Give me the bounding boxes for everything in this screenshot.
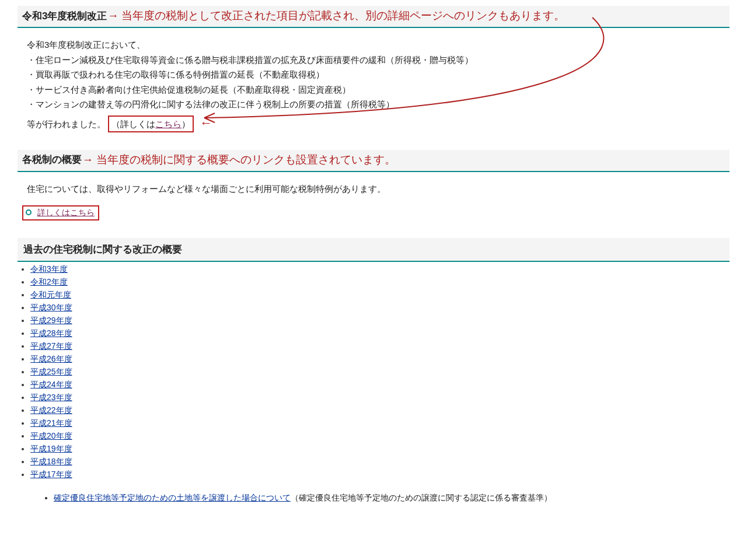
year-link[interactable]: 平成25年度	[30, 367, 72, 376]
section2-header: 各税制の概要 → 当年度の税制に関する概要へのリンクも設置されています。	[18, 150, 729, 172]
list-item: 令和2年度	[30, 277, 729, 288]
detail-link[interactable]: こちら	[155, 119, 181, 129]
section1-bullets: ・住宅ローン減税及び住宅取得等資金に係る贈与税非課税措置の拡充及び床面積要件の緩…	[27, 52, 724, 112]
outro-pre: 等が行われました。	[27, 119, 106, 129]
year-link[interactable]: 令和元年度	[30, 290, 71, 299]
year-link[interactable]: 平成30年度	[30, 303, 72, 312]
list-item: 平成17年度	[30, 470, 729, 480]
list-item: 平成24年度	[30, 380, 729, 390]
bullet-item: ・買取再販で扱われる住宅の取得等に係る特例措置の延長（不動産取得税）	[27, 67, 724, 82]
arrow-icon: →	[107, 9, 118, 22]
year-link[interactable]: 平成23年度	[30, 393, 72, 402]
list-item: 平成29年度	[30, 316, 729, 326]
section2-text: 住宅については、取得やリフォームなど様々な場面ごとに利用可能な税制特例があります…	[27, 181, 724, 197]
detail-link-box: （詳しくはこちら）	[108, 116, 194, 133]
section3-title: 過去の住宅税制に関する改正の概要	[18, 238, 729, 262]
section1-body: 令和3年度税制改正において、 ・住宅ローン減税及び住宅取得等資金に係る贈与税非課…	[18, 33, 729, 150]
section1-header: 令和3年度税制改正 → 当年度の税制として改正された項目が記載され、別の詳細ペー…	[18, 6, 729, 28]
year-link[interactable]: 平成22年度	[30, 405, 72, 415]
extra-suffix: （確定優良住宅地等予定地のための譲渡に関する認定に係る審査基準）	[291, 493, 552, 502]
section2-body: 住宅については、取得やリフォームなど様々な場面ごとに利用可能な税制特例があります…	[18, 177, 729, 202]
list-item: 平成20年度	[30, 431, 729, 442]
list-item: 平成26年度	[30, 354, 729, 365]
list-item: 平成23年度	[30, 393, 729, 403]
list-item: 令和3年度	[30, 264, 729, 275]
year-link[interactable]: 平成20年度	[30, 431, 72, 440]
list-item: 平成19年度	[30, 444, 729, 454]
list-item: 確定優良住宅地等予定地のための土地等を譲渡した場合について（確定優良住宅地等予定…	[54, 493, 729, 503]
bullet-icon	[26, 209, 32, 215]
section1-title: 令和3年度税制改正	[22, 9, 107, 23]
past-years-list: 令和3年度 令和2年度 令和元年度 平成30年度 平成29年度 平成28年度 平…	[30, 264, 729, 480]
section2-title: 各税制の概要	[22, 153, 82, 166]
detail-post: ）	[181, 119, 190, 129]
overview-detail-link[interactable]: 詳しくはこちら	[37, 208, 95, 217]
year-link[interactable]: 平成28年度	[30, 328, 72, 338]
year-link[interactable]: 平成19年度	[30, 444, 72, 453]
year-link[interactable]: 令和2年度	[30, 277, 68, 286]
bullet-item: ・サービス付き高齢者向け住宅供給促進税制の延長（不動産取得税・固定資産税）	[27, 82, 724, 97]
year-link[interactable]: 平成29年度	[30, 316, 72, 325]
arrow-icon: →	[82, 153, 93, 166]
list-item: 平成25年度	[30, 367, 729, 377]
section1-outro-row: 等が行われました。 （詳しくはこちら） ←	[27, 112, 724, 134]
section1-intro: 令和3年度税制改正において、	[27, 37, 724, 52]
bullet-item: ・住宅ローン減税及び住宅取得等資金に係る贈与税非課税措置の拡充及び床面積要件の緩…	[27, 52, 724, 68]
year-link[interactable]: 平成18年度	[30, 457, 72, 466]
overview-link-box: 詳しくはこちら	[22, 205, 99, 220]
list-item: 令和元年度	[30, 290, 729, 300]
list-item: 平成27年度	[30, 341, 729, 352]
arrow-icon: ←	[200, 116, 212, 130]
section1-annotation: 当年度の税制として改正された項目が記載され、別の詳細ページへのリンクもあります。	[121, 8, 565, 23]
list-item: 平成22年度	[30, 405, 729, 416]
year-link[interactable]: 平成21年度	[30, 418, 72, 428]
list-item: 平成18年度	[30, 457, 729, 467]
year-link[interactable]: 平成17年度	[30, 470, 72, 479]
list-item: 平成28年度	[30, 328, 729, 339]
list-item: 平成30年度	[30, 303, 729, 313]
list-item: 平成21年度	[30, 418, 729, 429]
year-link[interactable]: 平成24年度	[30, 380, 72, 389]
bullet-item: ・マンションの建替え等の円滑化に関する法律の改正に伴う税制上の所要の措置（所得税…	[27, 97, 724, 112]
extra-link[interactable]: 確定優良住宅地等予定地のための土地等を譲渡した場合について	[54, 493, 291, 502]
year-link[interactable]: 平成26年度	[30, 354, 72, 363]
year-link[interactable]: 令和3年度	[30, 264, 68, 274]
extra-link-list: 確定優良住宅地等予定地のための土地等を譲渡した場合について（確定優良住宅地等予定…	[30, 493, 729, 503]
detail-pre: （詳しくは	[111, 119, 155, 129]
section2-annotation: 当年度の税制に関する概要へのリンクも設置されています。	[96, 152, 396, 167]
year-link[interactable]: 平成27年度	[30, 341, 72, 351]
